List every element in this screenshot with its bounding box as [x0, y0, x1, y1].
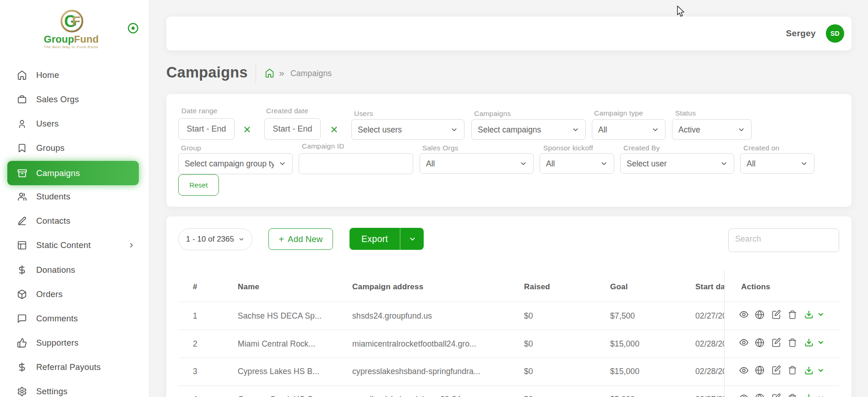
svg-text:F: F — [72, 13, 80, 28]
